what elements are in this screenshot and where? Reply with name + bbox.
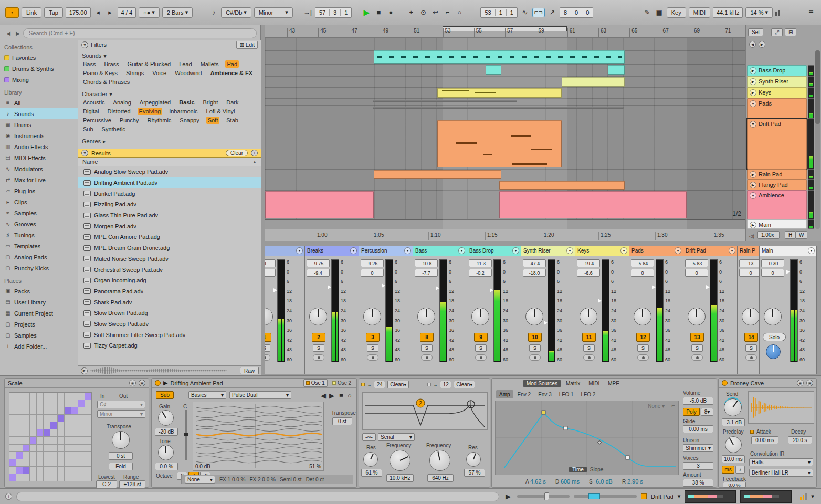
scale-cell[interactable] xyxy=(37,445,43,452)
sidebar-item-modulators[interactable]: ∿Modulators xyxy=(0,163,78,174)
result-item-slow-drown-pad-adg[interactable]: Slow Drown Pad.adg xyxy=(78,308,261,319)
mixer-channel-rain-p[interactable]: Rain P▾-13.014S6061218243036424860 xyxy=(738,246,760,374)
fader-handle[interactable] xyxy=(436,286,439,290)
fader-handle[interactable] xyxy=(652,285,656,289)
scale-cell[interactable] xyxy=(78,393,85,400)
scale-cell[interactable] xyxy=(9,452,16,459)
sidebar-item-instruments[interactable]: ◉Instruments xyxy=(0,130,78,141)
clip[interactable] xyxy=(374,50,625,64)
tone-knob[interactable] xyxy=(158,445,174,460)
volume-value[interactable]: -5.84 xyxy=(631,259,654,267)
scale-cell[interactable] xyxy=(58,422,64,429)
filter-tag-acoustic[interactable]: Acoustic xyxy=(81,99,107,106)
tab-midi[interactable]: MIDI xyxy=(585,380,603,387)
poly-voices-select[interactable]: 8▾ xyxy=(701,408,713,416)
sidebar-item-mixing[interactable]: Mixing xyxy=(0,74,78,85)
collapse-closed-icon[interactable]: ▶ xyxy=(750,67,756,74)
filter-tag-distorted[interactable]: Distorted xyxy=(106,108,132,115)
mixer-channel-bass[interactable]: Bass▾-10.8-7.78S6061218243036424860 xyxy=(413,246,467,374)
clip[interactable] xyxy=(486,65,501,75)
scale-cell[interactable] xyxy=(16,459,23,466)
solo-button[interactable]: S xyxy=(745,344,757,352)
scale-cell[interactable] xyxy=(16,422,23,429)
scale-cell[interactable] xyxy=(71,429,78,436)
mixer-channel-pads[interactable]: Pads▾-5.84012S6061218243036424860 xyxy=(629,246,683,374)
channel-fold-icon[interactable]: ▾ xyxy=(296,247,303,254)
sidebar-item-audio-effects[interactable]: ▥Audio Effects xyxy=(0,141,78,152)
track-header-pads[interactable]: ▼Pads xyxy=(747,98,807,119)
tap-tempo-button[interactable]: Tap xyxy=(44,7,63,18)
envelope-display[interactable]: None ▾ ⌐ Time Slope xyxy=(495,401,679,475)
time-toggle[interactable]: Time xyxy=(569,467,587,472)
scale-cell[interactable] xyxy=(85,393,91,400)
scale-cell[interactable] xyxy=(30,459,36,466)
filter-tag-voice[interactable]: Voice xyxy=(151,69,168,77)
results-collapse-icon[interactable]: ▼ xyxy=(81,150,88,156)
scale-cell[interactable] xyxy=(65,422,71,429)
pan-knob[interactable] xyxy=(764,308,782,326)
scale-cell[interactable] xyxy=(65,415,71,422)
scale-cell[interactable] xyxy=(23,393,29,400)
wavetable-display-mode-icon[interactable]: ○ xyxy=(345,390,354,401)
filter-tag-rhythmic[interactable]: Rhythmic xyxy=(146,117,173,124)
automation-arm-icon[interactable]: ⊙ xyxy=(418,7,428,18)
scale-cell[interactable] xyxy=(44,459,50,466)
result-item-soft-shimmer-filter-sweep-pad-adv[interactable]: Soft Shimmer Filter Sweep Pad.adv xyxy=(78,329,261,340)
scale-cell[interactable] xyxy=(78,407,85,414)
session-record-icon[interactable]: ○ xyxy=(455,7,464,18)
filter-tag-bright[interactable]: Bright xyxy=(202,99,220,106)
track-header-keys[interactable]: ▶Keys xyxy=(747,87,807,98)
scale-cell[interactable] xyxy=(85,467,91,474)
scale-grid[interactable] xyxy=(9,392,92,481)
scale-cell[interactable] xyxy=(16,429,23,436)
draw-pencil-icon[interactable]: ✎ xyxy=(643,7,652,18)
scale-cell[interactable] xyxy=(78,445,85,452)
scale-cell[interactable] xyxy=(50,452,57,459)
result-item-muted-noise-sweep-pad-adv[interactable]: Muted Noise Sweep Pad.adv xyxy=(78,254,261,265)
scale-cell[interactable] xyxy=(16,407,23,414)
filter-tag-punchy[interactable]: Punchy xyxy=(118,117,141,124)
result-item-tizzy-carpet-adg[interactable]: Tizzy Carpet.adg xyxy=(78,340,261,351)
filter-tag-mallets[interactable]: Mallets xyxy=(199,60,220,68)
semi-value[interactable]: Semi 0 st xyxy=(280,477,302,482)
channel-header[interactable]: ms▾ xyxy=(265,246,305,256)
metronome-button[interactable]: ○●▾ xyxy=(139,7,160,18)
scale-cell[interactable] xyxy=(9,422,16,429)
hamburger-menu-icon[interactable]: ≡ xyxy=(806,7,816,18)
tab-env-2[interactable]: Env 2 xyxy=(514,390,534,398)
scale-cell[interactable] xyxy=(44,429,50,436)
channel-fold-icon[interactable]: ▾ xyxy=(458,247,465,254)
scale-cell[interactable] xyxy=(71,393,78,400)
scale-cell[interactable] xyxy=(58,459,64,466)
scale-cell[interactable] xyxy=(37,452,43,459)
mixer-channel-ms[interactable]: ms▾311S6061218243036424860 xyxy=(265,246,305,374)
volume-value[interactable]: -11.3 xyxy=(469,259,492,267)
stop-button[interactable]: ■ xyxy=(374,7,383,18)
scale-cell[interactable] xyxy=(30,407,36,414)
scale-cell[interactable] xyxy=(58,474,64,481)
scale-cell[interactable] xyxy=(23,474,29,481)
collapse-open-icon[interactable]: ▼ xyxy=(750,100,756,107)
scale-cell[interactable] xyxy=(23,400,29,407)
collapse-closed-icon[interactable]: ▶ xyxy=(750,222,756,228)
collapse-closed-icon[interactable]: ▶ xyxy=(750,89,756,96)
scale-cell[interactable] xyxy=(65,407,71,414)
amount-value[interactable]: 38 % xyxy=(683,479,713,487)
scale-cell[interactable] xyxy=(16,400,23,407)
scale-cell[interactable] xyxy=(37,393,43,400)
predelay-sync-icon[interactable]: ♪ xyxy=(735,466,745,474)
solo-button[interactable]: S xyxy=(313,344,324,352)
tone-value[interactable]: 0.0 % xyxy=(155,463,178,470)
fader-handle[interactable] xyxy=(598,299,602,303)
tempo-field[interactable]: 175.00 xyxy=(66,7,91,18)
tab-mpe[interactable]: MPE xyxy=(605,380,623,387)
loop-switch[interactable]: ⊏⊐ xyxy=(532,8,545,17)
scale-cell[interactable] xyxy=(85,474,91,481)
fader-handle[interactable] xyxy=(490,288,493,292)
pan-knob[interactable] xyxy=(688,308,706,326)
clip[interactable] xyxy=(373,100,517,102)
monitor-icon[interactable] xyxy=(313,354,324,361)
solo-button[interactable]: S xyxy=(475,344,487,352)
track-activator-number[interactable]: 8 xyxy=(420,333,434,342)
adsr-r[interactable]: R 2.90 s xyxy=(622,478,643,485)
